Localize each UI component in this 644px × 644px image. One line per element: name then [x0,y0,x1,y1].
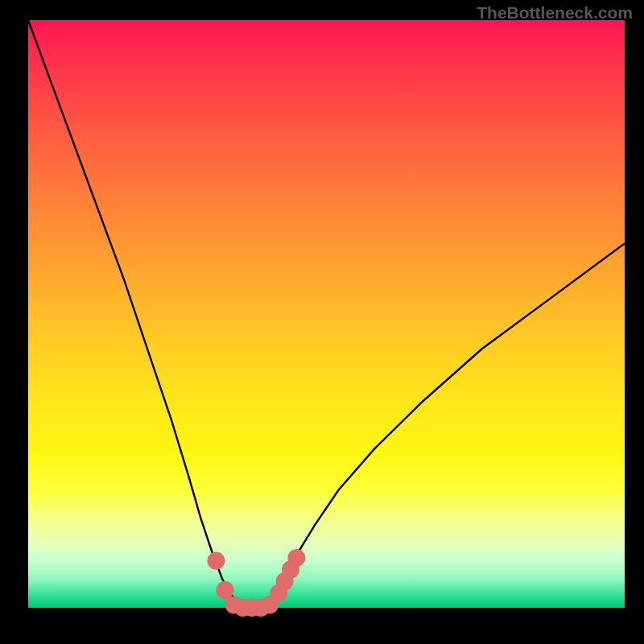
marker-point [217,581,234,599]
chart-container: TheBottleneck.com [0,0,644,644]
marker-point [207,552,225,570]
attribution-text: TheBottleneck.com [477,3,633,23]
curve-layer [0,0,644,644]
marker-points [207,549,305,617]
marker-point [287,549,305,567]
bottleneck-curve [28,20,625,608]
